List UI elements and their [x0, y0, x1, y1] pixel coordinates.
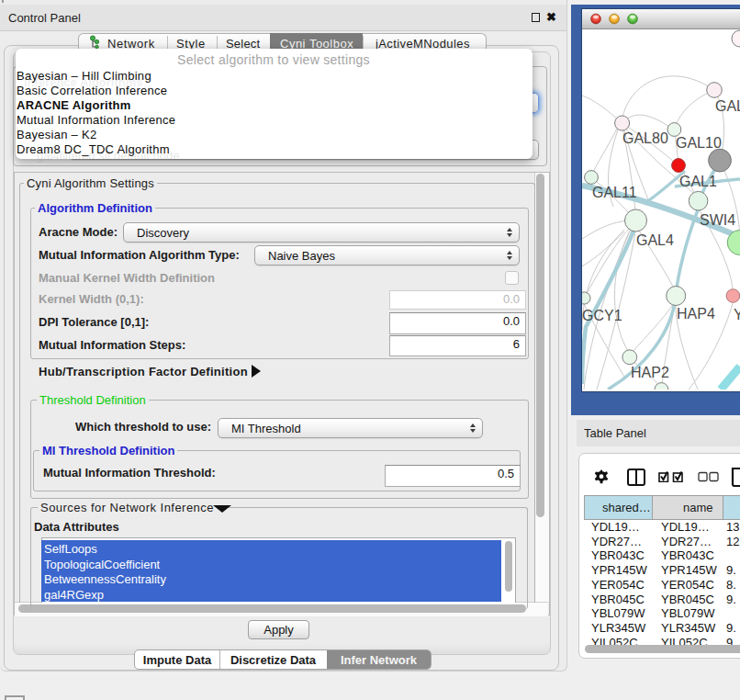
- svg-text:GAL2: GAL2: [715, 98, 740, 114]
- svg-text:GAL1: GAL1: [679, 174, 717, 189]
- svg-text:GAL11: GAL11: [592, 185, 637, 200]
- svg-text:GAL4: GAL4: [636, 232, 674, 248]
- svg-text:GCY1: GCY1: [582, 308, 622, 323]
- svg-text:HAP4: HAP4: [677, 306, 715, 322]
- svg-text:YM: YM: [734, 307, 740, 322]
- svg-text:GAL80: GAL80: [622, 130, 668, 146]
- svg-text:HAP2: HAP2: [631, 365, 669, 380]
- svg-text:GAL10: GAL10: [676, 135, 722, 151]
- svg-text:SWI4: SWI4: [700, 212, 735, 228]
